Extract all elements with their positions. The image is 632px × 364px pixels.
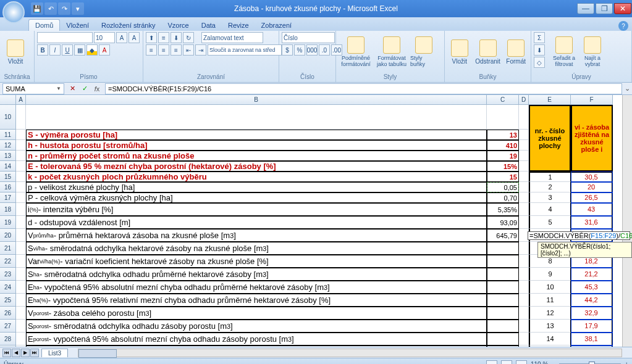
cell-E26[interactable]: 12	[529, 307, 571, 320]
cell-F16[interactable]: 20	[571, 182, 613, 192]
cell-A18[interactable]	[16, 203, 26, 216]
select-all-corner[interactable]	[0, 95, 16, 105]
autosum-icon[interactable]: Σ	[534, 32, 545, 43]
row-header-19[interactable]: 19	[0, 216, 16, 229]
cell-B21[interactable]: Svi/ha - směrodatná odchylka hektarové z…	[26, 242, 487, 255]
fx-button[interactable]: fx	[91, 84, 103, 94]
cell-D12[interactable]	[519, 140, 529, 151]
clear-icon[interactable]: ◇	[534, 57, 545, 68]
cell-C29[interactable]	[487, 345, 519, 347]
cell-B27[interactable]: Sporost - směrodatná odchylka odhadu zás…	[26, 320, 487, 333]
col-header-E[interactable]: E	[529, 95, 571, 105]
cell-B16[interactable]: p - velikost zkusné plochy [ha]	[26, 182, 487, 192]
align-middle-icon[interactable]: ≡	[158, 32, 169, 43]
row-header-20[interactable]: 20	[0, 229, 16, 242]
row-header-25[interactable]: 25	[0, 294, 16, 307]
cell-B20[interactable]: Vprům/ha - průměrná hektarová zásoba na …	[26, 229, 487, 242]
align-right-icon[interactable]: ≡	[171, 44, 182, 56]
row-header-16[interactable]: 16	[0, 182, 16, 192]
cell-E19[interactable]: 5	[529, 216, 571, 229]
cell-D27[interactable]	[519, 320, 529, 333]
col-header-F[interactable]: F	[571, 95, 613, 105]
cell-C27[interactable]	[487, 320, 519, 333]
cell-C20[interactable]: 645,79	[487, 229, 519, 242]
format-table-button[interactable]: Formátovat jako tabulku	[374, 32, 409, 72]
tab-formulas[interactable]: Vzorce	[161, 20, 195, 31]
inc-decimal-icon[interactable]: .0	[319, 44, 330, 56]
cell-styles-button[interactable]: Styly buňky	[410, 32, 437, 72]
tab-home[interactable]: Domů	[28, 19, 60, 31]
row-header-29[interactable]: 29	[0, 345, 16, 347]
cell-C14[interactable]: 15%	[487, 161, 519, 172]
cancel-formula-button[interactable]: ✕	[67, 84, 78, 94]
paste-button[interactable]: Vložit	[2, 32, 28, 72]
percent-icon[interactable]: %	[294, 44, 305, 56]
cell-E17[interactable]: 3	[529, 192, 571, 203]
cell-F17[interactable]: 26,5	[571, 192, 613, 203]
cell-E23[interactable]: 9	[529, 268, 571, 281]
accept-formula-button[interactable]: ✓	[79, 84, 90, 94]
cell-A23[interactable]	[16, 268, 26, 281]
indent-dec-icon[interactable]: ⇤	[183, 44, 194, 56]
cell-D28[interactable]	[519, 333, 529, 345]
cell-F18[interactable]: 43	[571, 203, 613, 216]
row-header-17[interactable]: 17	[0, 192, 16, 203]
cell-C21[interactable]	[487, 242, 519, 255]
cell-B14[interactable]: E - tolerovaná 95 % mezní chyba porostní…	[26, 161, 487, 172]
grow-font-icon[interactable]: A	[116, 32, 127, 43]
cell-C17[interactable]: 0,70	[487, 192, 519, 203]
view-layout-icon[interactable]	[501, 360, 512, 365]
cell-B24[interactable]: Eha - vypočtená 95% absolutní mezní chyb…	[26, 281, 487, 294]
cell-F24[interactable]: 45,3	[571, 281, 613, 294]
cell-E29[interactable]: 15	[529, 345, 571, 347]
row-header-14[interactable]: 14	[0, 161, 16, 172]
fill-icon[interactable]: ⬇	[534, 44, 545, 56]
cell-D11[interactable]	[519, 130, 529, 140]
cell-A28[interactable]	[16, 333, 26, 345]
cell-F15[interactable]: 30,5	[571, 172, 613, 182]
help-icon[interactable]: ?	[618, 21, 628, 31]
qat-customize-icon[interactable]: ▾	[72, 2, 84, 15]
cell-C18[interactable]: 5,35%	[487, 203, 519, 216]
cell-F23[interactable]: 21,2	[571, 268, 613, 281]
cell-D13[interactable]	[519, 151, 529, 161]
cell-C19[interactable]: 93,09	[487, 216, 519, 229]
cell-B28[interactable]: Eporost - vypočtená 95% absolutní mezní …	[26, 333, 487, 345]
orientation-icon[interactable]: ↻	[183, 32, 194, 43]
cell-A22[interactable]	[16, 255, 26, 268]
row-header-23[interactable]: 23	[0, 268, 16, 281]
cell-F25[interactable]: 44,2	[571, 294, 613, 307]
cell-D18[interactable]	[519, 203, 529, 216]
col-header-A[interactable]: A	[16, 95, 26, 105]
col-header-C[interactable]: C	[487, 95, 519, 105]
fill-color-icon[interactable]: ◆	[86, 44, 98, 56]
cell-A20[interactable]	[16, 229, 26, 242]
cell-A19[interactable]	[16, 216, 26, 229]
cell-A26[interactable]	[16, 307, 26, 320]
cell-E18[interactable]: 4	[529, 203, 571, 216]
insert-cells-button[interactable]: Vložit	[447, 32, 472, 72]
row-header-28[interactable]: 28	[0, 333, 16, 345]
cell-A17[interactable]	[16, 192, 26, 203]
align-center-icon[interactable]: ≡	[158, 44, 169, 56]
zoom-out-icon[interactable]: −	[552, 361, 555, 364]
office-button[interactable]	[2, 1, 25, 23]
cell-B19[interactable]: d - odstupová vzdálenost [m]	[26, 216, 487, 229]
tab-review[interactable]: Revize	[222, 20, 255, 31]
cell-C15[interactable]: 15	[487, 172, 519, 182]
cell-B10[interactable]	[26, 105, 487, 130]
cell-E25[interactable]: 11	[529, 294, 571, 307]
cell-C11[interactable]: 13	[487, 130, 519, 140]
tab-nav-first-icon[interactable]: ⏮	[2, 349, 11, 357]
cell-A12[interactable]	[16, 140, 26, 151]
cell-B15[interactable]: k - počet zkusných ploch průzkumného výb…	[26, 172, 487, 182]
cell-B13[interactable]: n - průměrný počet stromů na zkusné ploš…	[26, 151, 487, 161]
cell-B29[interactable]: Eporost(%) - vypočtená 95% relativní mez…	[26, 345, 487, 347]
cell-A14[interactable]	[16, 161, 26, 172]
cell-C16[interactable]: 0,05	[487, 182, 519, 192]
vertical-scrollbar[interactable]	[622, 95, 632, 347]
row-header-27[interactable]: 27	[0, 320, 16, 333]
row-header-21[interactable]: 21	[0, 242, 16, 255]
underline-icon[interactable]: U	[62, 44, 73, 56]
cell-D16[interactable]	[519, 182, 529, 192]
